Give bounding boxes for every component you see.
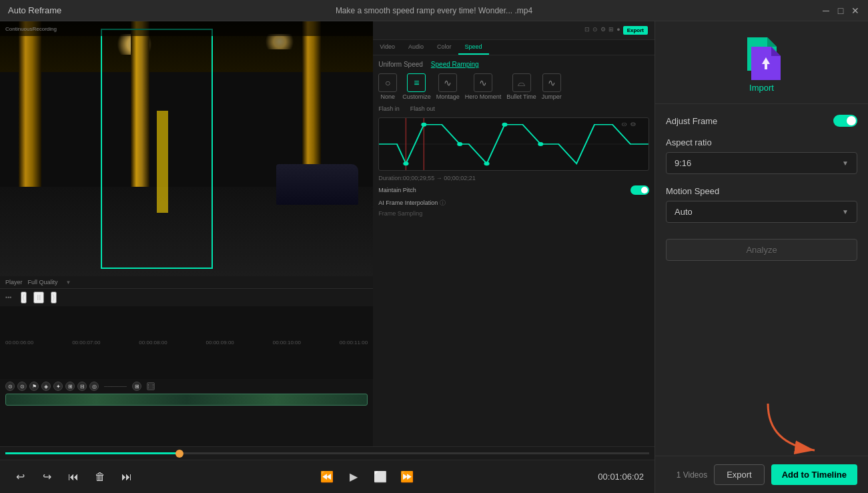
preset-montage[interactable]: ∿ Montage bbox=[436, 73, 460, 100]
track-btn-9[interactable]: ⊞ bbox=[132, 382, 141, 391]
svg-text:⊙ ⚙: ⊙ ⚙ bbox=[622, 121, 636, 127]
toolbar-icon-3[interactable]: ⚙ bbox=[600, 26, 606, 35]
aspect-ratio-value: 9:16 bbox=[675, 158, 691, 168]
add-to-timeline-button[interactable]: Add to Timeline bbox=[771, 464, 857, 485]
prev-frame-button[interactable]: ⏪ bbox=[318, 468, 336, 486]
titlebar: Auto Reframe Make a smooth speed ramp ev… bbox=[0, 0, 868, 21]
inner-editor: ⊡ ⊙ ⚙ ⊞ ● Export Video Audio Color bbox=[373, 21, 655, 446]
player-label: Player bbox=[5, 279, 23, 286]
go-end-button[interactable]: ⏭ bbox=[117, 468, 136, 486]
settings-section: Adjust Frame Aspect ratio 9:16 ▼ Motion … bbox=[655, 104, 868, 272]
tab-audio[interactable]: Audio bbox=[402, 40, 430, 55]
videos-count: 1 Videos bbox=[677, 470, 707, 480]
uniform-speed-tab[interactable]: Uniform Speed bbox=[378, 61, 423, 68]
speed-presets: ○ None ≡ Customize ∿ Montage bbox=[378, 73, 649, 100]
preset-bullet-icon: ⌓ bbox=[512, 73, 531, 92]
track-btn-6[interactable]: ⊞ bbox=[65, 382, 75, 391]
inner-export-button[interactable]: Export bbox=[623, 26, 648, 35]
preset-none[interactable]: ○ None bbox=[378, 73, 397, 100]
tab-video[interactable]: Video bbox=[373, 40, 402, 55]
fit-button[interactable]: ⬜ bbox=[371, 468, 390, 486]
ai-frame-label: AI Frame Interpolation ⓘ bbox=[378, 199, 446, 207]
ai-frame-row: AI Frame Interpolation ⓘ bbox=[378, 199, 649, 207]
preset-hero[interactable]: ∿ Hero Moment bbox=[465, 73, 502, 100]
track-btn-7[interactable]: ⊟ bbox=[77, 382, 87, 391]
minimize-button[interactable]: ─ bbox=[821, 6, 831, 15]
maintain-pitch-toggle[interactable] bbox=[630, 185, 649, 195]
toolbar-icon-5[interactable]: ● bbox=[616, 26, 620, 35]
waveform-area[interactable]: ⊙ ⚙ bbox=[378, 117, 649, 171]
toolbar-icon-4[interactable]: ⊞ bbox=[608, 26, 614, 35]
video-track-segment bbox=[5, 394, 368, 406]
sidebar-bottom: 1 Videos Export Add to Timeline bbox=[655, 456, 868, 493]
time-marker-5: 00:00:10:00 bbox=[273, 340, 301, 346]
export-button[interactable]: Export bbox=[714, 464, 765, 485]
track-btn-1[interactable]: ⊙ bbox=[5, 382, 15, 391]
video-area: ContinuousRecording Player Full Quality … bbox=[0, 21, 655, 493]
toolbar-icon-1[interactable]: ⊡ bbox=[584, 26, 590, 35]
aspect-ratio-group: Aspect ratio 9:16 ▼ bbox=[666, 136, 857, 174]
play-pause-button[interactable]: ⏸ bbox=[33, 292, 44, 304]
flash-controls: Flash in Flash out bbox=[378, 105, 649, 112]
motion-speed-group: Motion Speed Auto ▼ bbox=[666, 185, 857, 223]
play-button[interactable]: ▶ bbox=[344, 468, 363, 486]
go-start-button[interactable]: ⏮ bbox=[64, 468, 83, 486]
import-icon-stack bbox=[742, 37, 782, 77]
next-frame-button[interactable]: ⏩ bbox=[398, 468, 416, 486]
preset-jumper-label: Jumper bbox=[542, 93, 562, 100]
analyze-button[interactable]: Analyze bbox=[666, 239, 857, 261]
preset-bullet-label: Bullet Time bbox=[506, 93, 536, 100]
preset-bullet[interactable]: ⌓ Bullet Time bbox=[506, 73, 536, 100]
speed-ramping-tab[interactable]: Speed Ramping bbox=[431, 61, 479, 68]
skip-forward-button[interactable]: ⟩ bbox=[51, 292, 57, 304]
inner-track-row: ⊙ ⊙ ⚑ ◈ ✦ ⊞ ⊟ ◎ ────── ⊞ bbox=[0, 379, 373, 394]
redo-button[interactable]: ↪ bbox=[37, 468, 56, 486]
svg-point-3 bbox=[404, 161, 409, 165]
left-controls: Player Full Quality ▼ ••• ⟨ ⏸ ⟩ bbox=[0, 276, 373, 446]
delete-button[interactable]: 🗑 bbox=[91, 468, 109, 486]
adjust-frame-toggle[interactable] bbox=[833, 115, 857, 127]
svg-marker-11 bbox=[767, 37, 777, 47]
preview-inner: ContinuousRecording Player Full Quality … bbox=[0, 21, 655, 446]
track-btn-4[interactable]: ◈ bbox=[41, 382, 51, 391]
svg-point-6 bbox=[484, 161, 490, 165]
left-preview: ContinuousRecording Player Full Quality … bbox=[0, 21, 373, 446]
progress-thumb[interactable] bbox=[175, 450, 183, 458]
import-label[interactable]: Import bbox=[749, 83, 774, 93]
waveform-svg: ⊙ ⚙ bbox=[379, 118, 648, 170]
skip-back-button[interactable]: ⟨ bbox=[21, 292, 27, 304]
track-btn-2[interactable]: ⊙ bbox=[17, 382, 27, 391]
preset-montage-icon: ∿ bbox=[438, 73, 457, 92]
preset-customize-icon: ≡ bbox=[407, 73, 426, 92]
close-button[interactable]: ✕ bbox=[851, 6, 860, 15]
center-controls-group: ⏪ ▶ ⬜ ⏩ bbox=[318, 468, 416, 486]
track-btn-3[interactable]: ⚑ bbox=[29, 382, 39, 391]
toolbar-icon-2[interactable]: ⊙ bbox=[592, 26, 598, 35]
track-btn-8[interactable]: ◎ bbox=[89, 382, 99, 391]
right-sidebar: Import Adjust Frame Aspect ratio 9:16 ▼ bbox=[655, 21, 868, 493]
flash-in[interactable]: Flash in bbox=[378, 105, 400, 112]
tab-color[interactable]: Color bbox=[430, 40, 458, 55]
motion-speed-arrow: ▼ bbox=[842, 208, 849, 215]
motion-speed-dropdown[interactable]: Auto ▼ bbox=[666, 201, 857, 223]
preset-customize[interactable]: ≡ Customize bbox=[402, 73, 431, 100]
inner-toolbar: ⊡ ⊙ ⚙ ⊞ ● Export bbox=[373, 21, 655, 40]
tab-speed[interactable]: Speed bbox=[458, 40, 489, 55]
aspect-ratio-arrow: ▼ bbox=[842, 159, 849, 167]
ceiling-light-2 bbox=[261, 34, 298, 49]
progress-container[interactable] bbox=[0, 446, 655, 460]
track-btn-5[interactable]: ✦ bbox=[53, 382, 63, 391]
maximize-button[interactable]: □ bbox=[836, 6, 845, 15]
time-marker-6: 00:00:11:00 bbox=[340, 340, 368, 346]
import-section: Import bbox=[655, 21, 868, 104]
preset-none-label: None bbox=[380, 93, 395, 100]
aspect-ratio-dropdown[interactable]: 9:16 ▼ bbox=[666, 152, 857, 174]
undo-button[interactable]: ↩ bbox=[11, 468, 29, 486]
left-controls-group: ↩ ↪ ⏮ 🗑 ⏭ bbox=[11, 468, 136, 486]
progress-track[interactable] bbox=[5, 452, 649, 454]
video-preview: ContinuousRecording Player Full Quality … bbox=[0, 21, 655, 446]
motion-speed-value: Auto bbox=[675, 207, 693, 217]
flash-out[interactable]: Flash out bbox=[410, 105, 435, 112]
preset-jumper[interactable]: ∿ Jumper bbox=[542, 73, 562, 100]
maintain-pitch-row: Maintain Pitch bbox=[378, 185, 649, 195]
